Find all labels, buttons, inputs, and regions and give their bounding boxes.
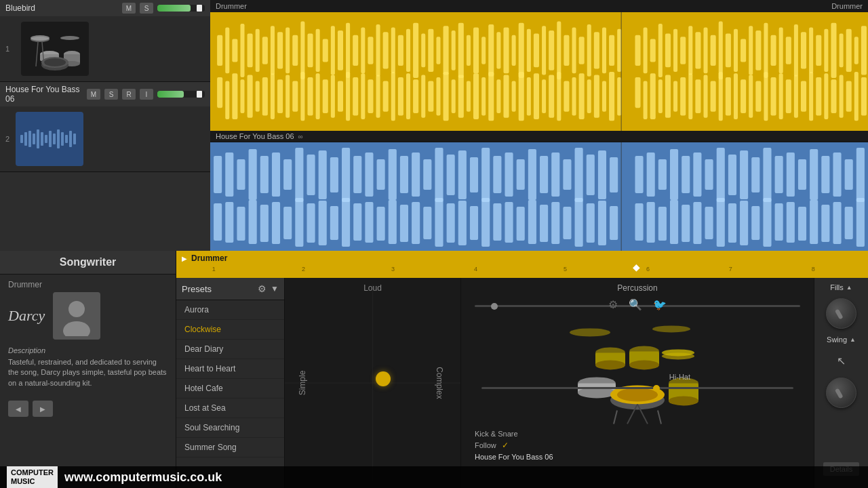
svg-rect-216 xyxy=(423,159,431,190)
svg-rect-94 xyxy=(316,73,320,119)
bass-thumbnail xyxy=(16,112,83,166)
svg-rect-157 xyxy=(801,32,806,68)
svg-rect-52 xyxy=(406,29,410,72)
svg-rect-177 xyxy=(719,72,723,121)
svg-rect-169 xyxy=(658,79,663,113)
svg-rect-30 xyxy=(240,24,244,77)
svg-rect-137 xyxy=(650,39,656,62)
svg-rect-77 xyxy=(594,32,599,68)
svg-rect-159 xyxy=(816,35,821,66)
gear-icon[interactable]: ⚙ xyxy=(258,283,267,294)
preset-soul-searching[interactable]: Soul Searching xyxy=(176,418,284,438)
svg-rect-113 xyxy=(458,75,464,118)
search-icon[interactable]: 🔍 xyxy=(629,298,642,311)
svg-rect-224 xyxy=(517,159,525,190)
record-btn-2[interactable]: R xyxy=(122,89,136,100)
fills-knob[interactable] xyxy=(826,298,856,329)
preset-prev-icon[interactable]: ◀ xyxy=(8,401,28,417)
info-btn-2[interactable]: I xyxy=(140,89,153,100)
svg-rect-227 xyxy=(551,152,559,197)
volume-bar-1[interactable] xyxy=(157,5,205,12)
volume-bar-2[interactable] xyxy=(157,91,205,98)
swing-knob[interactable] xyxy=(826,378,856,408)
svg-rect-274 xyxy=(705,159,713,190)
svg-rect-118 xyxy=(496,79,500,113)
preset-summer-song[interactable]: Summer Song xyxy=(176,438,284,458)
drummer-waveform[interactable]: generate bars xyxy=(210,12,868,131)
preset-lost-at-sea[interactable]: Lost at Sea xyxy=(176,399,284,418)
svg-rect-80 xyxy=(617,29,621,72)
svg-rect-143 xyxy=(695,32,701,68)
preset-heart-to-heart[interactable]: Heart to Heart xyxy=(176,359,284,379)
percussion-slider-handle xyxy=(491,303,498,310)
svg-rect-206 xyxy=(307,155,315,195)
svg-rect-209 xyxy=(342,148,350,202)
svg-rect-142 xyxy=(688,26,692,75)
svg-rect-108 xyxy=(421,75,425,118)
pad-dot[interactable] xyxy=(376,371,391,386)
right-bottom-panel: ▶ Drummer 1 2 3 4 5 6 7 8 ◆ xyxy=(176,251,868,488)
svg-rect-305 xyxy=(833,202,841,244)
svg-rect-252 xyxy=(435,198,443,247)
kick-snare-label: Kick & Snare xyxy=(475,430,800,438)
ruler-mark-2: 2 xyxy=(302,266,305,272)
solo-btn-2[interactable]: S xyxy=(104,89,118,100)
svg-rect-13 xyxy=(20,135,23,143)
preset-aurora[interactable]: Aurora xyxy=(176,300,284,320)
svg-rect-189 xyxy=(809,72,813,121)
svg-rect-163 xyxy=(846,29,852,72)
drummer-wave-svg: generate bars xyxy=(210,12,868,131)
svg-rect-200 xyxy=(237,159,245,190)
bass-wave-icon xyxy=(19,125,80,152)
bass-track-name: House For You Bass 06 xyxy=(216,132,294,140)
svg-rect-282 xyxy=(798,159,806,190)
svg-rect-139 xyxy=(665,34,671,68)
svg-rect-175 xyxy=(704,75,708,118)
svg-rect-84 xyxy=(240,79,244,113)
svg-rect-38 xyxy=(300,22,304,80)
svg-rect-218 xyxy=(447,155,455,195)
bass-waveform[interactable] xyxy=(210,142,868,251)
svg-rect-270 xyxy=(658,159,667,190)
svg-rect-133 xyxy=(609,72,614,121)
svg-rect-231 xyxy=(598,150,606,199)
svg-rect-205 xyxy=(295,148,303,202)
svg-rect-256 xyxy=(481,198,490,247)
svg-rect-31 xyxy=(248,34,253,68)
swing-knob-indicator xyxy=(834,388,843,399)
svg-rect-138 xyxy=(658,24,663,77)
settings-icon[interactable]: ⚙ xyxy=(608,298,618,311)
preset-dear-diary[interactable]: Dear Diary xyxy=(176,340,284,359)
svg-rect-75 xyxy=(579,37,585,64)
svg-rect-182 xyxy=(755,81,761,112)
svg-rect-17 xyxy=(37,129,39,148)
track-name-2: House For You Bass 06 xyxy=(5,85,83,104)
svg-point-315 xyxy=(652,325,690,332)
track-header-1: Bluebird M S xyxy=(0,0,210,16)
mute-btn-1[interactable]: M xyxy=(122,3,136,14)
chevron-down-icon[interactable]: ▼ xyxy=(271,284,279,293)
preset-clockwise[interactable]: Clockwise xyxy=(176,320,284,340)
svg-rect-166 xyxy=(635,77,640,108)
svg-rect-230 xyxy=(587,155,595,195)
svg-rect-296 xyxy=(728,203,736,243)
svg-point-1 xyxy=(31,35,50,41)
svg-rect-136 xyxy=(644,28,648,74)
mute-btn-2[interactable]: M xyxy=(87,89,100,100)
ruler-mark-5: 5 xyxy=(564,266,567,272)
solo-btn-1[interactable]: S xyxy=(140,3,153,14)
preset-hotel-cafe[interactable]: Hotel Cafe xyxy=(176,379,284,399)
hihat-slider[interactable] xyxy=(481,387,793,389)
preset-next-icon[interactable]: ▶ xyxy=(33,401,53,417)
svg-rect-74 xyxy=(572,28,576,74)
svg-rect-85 xyxy=(248,75,253,118)
svg-rect-121 xyxy=(519,72,524,121)
swing-label: Swing ▲ xyxy=(827,336,856,344)
svg-rect-290 xyxy=(658,207,667,241)
drummer-bar-icon: ▶ xyxy=(182,255,187,262)
svg-rect-95 xyxy=(323,79,328,113)
svg-rect-64 xyxy=(496,32,500,68)
svg-rect-59 xyxy=(458,23,464,78)
svg-rect-124 xyxy=(542,79,546,113)
svg-rect-46 xyxy=(361,28,365,74)
